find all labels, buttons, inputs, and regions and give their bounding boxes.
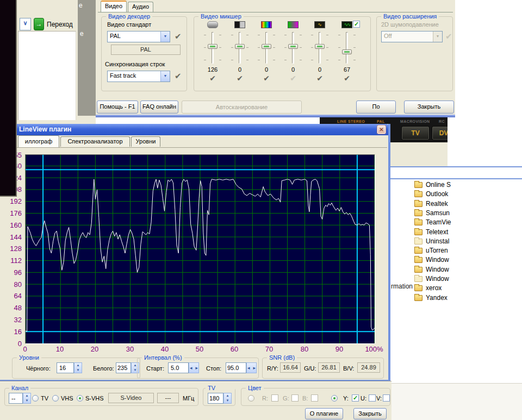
tab-oscillograph[interactable]: иллограф [18,135,59,148]
apply-check-icon[interactable] [335,74,359,83]
black-level-input[interactable]: 16 [57,362,74,373]
mixer-value: 0 [308,66,332,73]
folder-name: Uninstal [426,237,449,246]
radio-tv[interactable] [32,395,39,402]
tab-spectrum-analyzer[interactable]: Спектроанализатор [60,136,130,147]
tab-divider [1,147,387,148]
apply-check-icon[interactable] [201,74,225,83]
about-plugin-button[interactable]: О плагине [305,408,343,419]
slider-thumb[interactable] [315,44,325,49]
mixer-slider[interactable] [208,32,217,64]
mixer-slider[interactable] [315,32,325,64]
mixer-channel: 0 [254,21,278,83]
tab-levels[interactable]: Уровни [131,136,160,147]
slider-thumb[interactable] [235,44,245,49]
combobox-arrow-icon[interactable] [160,32,170,42]
interval-stop-spinner[interactable] [246,362,257,373]
channel-number-spinner[interactable] [23,393,31,404]
group-title: Цвет [246,385,264,392]
folder-row[interactable]: Window [414,265,521,274]
folder-row[interactable]: Uninstal [414,237,521,246]
radio-yuv-mode[interactable] [331,395,338,402]
interval-start-label: Старт: [146,365,164,372]
mixer-value: 0 [228,66,252,73]
folder-row[interactable]: TeamVie [414,218,521,227]
channel-group: Канал -- S-Video --- МГц TVVHSS-VHS [4,388,198,406]
tv-mode-button[interactable]: TV [401,126,430,140]
desktop-screenshot: Переход e e Видео Аудио Видео декодер Ви… [0,0,522,420]
help-button[interactable]: Помощь - F1 [97,101,138,114]
slider-thumb[interactable] [208,44,217,49]
folder-row[interactable]: xerox [414,284,521,293]
tab-audio[interactable]: Аудио [128,2,153,12]
channel-number-input[interactable]: -- [9,393,23,404]
folder-name: Window [426,275,449,283]
folder-row[interactable]: Window [414,274,521,284]
slider-thumb[interactable] [288,44,298,49]
radio-s-vhs[interactable] [77,395,83,402]
tv-line-input[interactable]: 180 [208,393,223,404]
levels-group: Уровни Чёрного: 16 Белого: 235 [12,358,140,379]
defaults-button[interactable]: По умолчанию [356,101,396,114]
folder-row[interactable]: Yandex [414,293,521,303]
mixer-enable-checkbox[interactable] [353,21,360,28]
black-level-spinner[interactable] [74,362,82,373]
video-mixer-group: Видео микшер 126000067 [194,16,371,91]
apply-check-icon[interactable] [175,32,182,41]
mixer-channel: 126 [201,21,225,83]
mixer-slider[interactable] [288,32,298,64]
faq-button[interactable]: FAQ онлайн [140,101,178,114]
interval-stop-input[interactable]: 95.0 [226,362,246,373]
x-axis-tick: 90 [328,346,350,353]
checkbox-y[interactable]: ✓ [352,394,359,402]
apply-check-icon[interactable] [175,71,182,81]
folder-row[interactable]: uTorren [414,246,521,255]
folder-row[interactable]: Samsun [414,209,521,218]
slider-thumb[interactable] [342,49,352,54]
mixer-slider[interactable] [262,32,271,64]
interval-start-input[interactable]: 5.0 [168,362,189,373]
folder-icon [414,276,422,282]
mixer-slider[interactable] [235,32,245,64]
dv-mode-button[interactable]: DV [432,126,448,140]
apply-check-icon[interactable] [308,74,332,83]
y-axis-tick: 48 [3,304,22,311]
interval-start-spinner[interactable] [189,362,199,373]
combobox-arrow-icon[interactable] [160,71,170,82]
tv-line-spinner[interactable] [223,393,232,404]
tab-video[interactable]: Видео [101,1,127,12]
radio-vhs[interactable] [52,395,59,402]
noise-reduction-combobox: Off [381,31,443,42]
y-axis-tick: 96 [3,269,22,276]
background-panel [391,383,522,420]
mixer-channel: 67 [335,21,359,83]
x-axis-tick: 10 [49,346,71,353]
frequency-readout: --- [157,393,179,403]
line-sync-combobox[interactable]: Fast track [107,71,170,82]
folder-row[interactable]: Outlook [414,190,521,199]
apply-check-icon[interactable] [254,74,278,83]
slider-thumb[interactable] [262,44,271,49]
folder-row[interactable]: Realtek [414,199,521,209]
close-icon[interactable] [377,126,386,134]
close-plugin-button[interactable]: Закрыть [353,408,387,419]
contrast-icon [234,21,245,28]
close-settings-button[interactable]: Закрыть [404,101,454,114]
go-button[interactable] [34,18,44,30]
video-standard-combobox[interactable]: PAL [107,31,170,42]
folder-row[interactable]: Window [414,255,521,265]
folder-row[interactable]: Online S [414,180,521,190]
mixer-slider[interactable] [342,32,352,64]
oscillograph-chart [25,154,375,344]
folder-row[interactable]: Teletext [414,228,521,237]
checkbox-u[interactable] [369,394,376,402]
clipped-letter: e [80,30,84,37]
checkbox-v[interactable] [383,394,390,402]
window-titlebar[interactable]: LineView плагин [0,124,388,135]
address-dropdown-button[interactable] [20,18,31,30]
noise-reduction-label: 2D шумоподавление [381,21,439,28]
white-level-input[interactable]: 235 [116,362,131,373]
folder-name: xerox [426,284,442,292]
apply-check-icon[interactable] [228,74,252,83]
white-level-label: Белого: [93,365,114,372]
